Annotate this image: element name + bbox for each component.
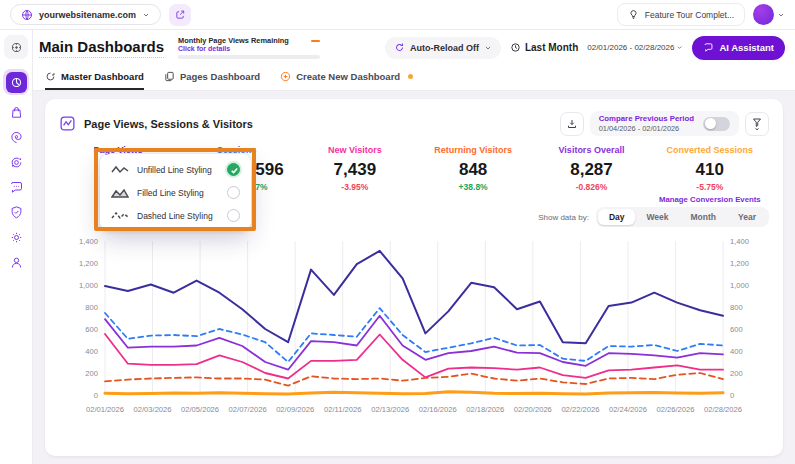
quota-widget[interactable]: Monthly Page Views Remaining Click for d… [178,36,320,59]
chart-widget-icon [59,115,76,132]
sidebar-item-replay[interactable] [9,130,24,145]
dashed-line-icon [111,210,129,221]
sidebar-item-settings[interactable] [9,230,24,245]
sidebar-item-bag[interactable] [9,105,24,120]
menu-target-icon[interactable] [4,35,28,59]
bag-icon [9,105,24,120]
sidebar-item-dashboard[interactable] [3,69,29,95]
feature-tour-button[interactable]: Feature Tour Complet... [617,3,745,26]
line-style-label: Filled Line Styling [137,188,219,198]
auto-reload-label: Auto-Reload Off [410,43,479,53]
dashboard-icon [10,76,23,89]
stat-label: Returning Visitors [414,145,532,155]
granularity-week[interactable]: Week [635,209,679,225]
shield-check-icon [9,205,24,220]
granularity-month[interactable]: Month [680,209,728,225]
stat-delta: +38.8% [414,182,532,192]
tab-pages-dashboard[interactable]: Pages Dashboard [164,65,260,90]
svg-text:02/03/2026: 02/03/2026 [134,405,172,414]
ai-assistant-button[interactable]: AI Assistant [692,36,785,60]
line-style-option-dashed[interactable]: Dashed Line Styling [100,204,251,227]
line-style-menu: Unfilled Line Styling Filled Line Stylin… [100,154,251,231]
stat-value: 410 [651,160,769,180]
stat-label: Converted Sessions [651,145,769,155]
svg-text:1,000: 1,000 [730,281,749,290]
page-title: Main Dashboards [39,38,164,58]
user-icon [9,255,24,270]
svg-text:400: 400 [730,347,743,356]
clock-icon [510,42,521,53]
chevron-down-icon [676,44,683,51]
chevron-down-icon [777,11,785,19]
stat-value: 848 [414,160,532,180]
chart-title: Page Views, Sessions & Visitors [84,118,253,130]
orbit-gear-icon [9,155,24,170]
manage-conversion-events-link[interactable]: Manage Conversion Events [651,195,769,204]
main-area: Page Views, Sessions & Visitors Compare … [33,91,795,464]
sidebar-item-account[interactable] [9,255,24,270]
svg-text:02/16/2026: 02/16/2026 [419,405,457,414]
show-data-by-label: Show data by: [538,213,589,222]
open-site-button[interactable] [169,4,191,26]
line-style-label: Unfilled Line Styling [137,165,219,175]
sidebar-item-automation[interactable] [9,155,24,170]
stat-column: Converted Sessions 410 -5.75% Manage Con… [651,145,769,204]
dashboard-tabs: Master Dashboard Pages Dashboard Create … [33,65,795,91]
auto-reload-button[interactable]: Auto-Reload Off [385,37,501,59]
plus-circle-icon [280,71,291,82]
topbar: yourwebsitename.com Feature Tour Complet… [0,0,795,30]
stat-label: Visitors Overall [532,145,650,155]
tab-create-new-dashboard[interactable]: Create New Dashboard [280,65,413,90]
svg-text:400: 400 [85,347,98,356]
compare-previous-period: Compare Previous Period 01/04/2026 - 02/… [590,111,739,136]
line-style-option-filled[interactable]: Filled Line Styling [100,181,251,204]
funnel-icon [751,117,763,131]
app-window: yourwebsitename.com Feature Tour Complet… [0,0,795,464]
stat-delta: -3.95% [296,182,414,192]
chevron-down-icon [142,11,150,19]
svg-text:02/11/2026: 02/11/2026 [324,405,361,414]
ai-assistant-label: AI Assistant [719,42,774,53]
svg-text:800: 800 [85,303,98,312]
tab-label: Pages Dashboard [180,71,260,82]
account-menu[interactable] [753,4,785,25]
svg-text:02/26/2026: 02/26/2026 [656,405,694,414]
svg-text:1,400: 1,400 [730,237,749,246]
stat-value: 8,287 [532,160,650,180]
svg-text:200: 200 [85,369,98,378]
stat-value: 7,439 [296,160,414,180]
site-selector[interactable]: yourwebsitename.com [10,4,161,25]
quota-dash-icon [311,40,320,43]
period-label: Last Month [525,42,578,53]
unfilled-line-icon [111,164,129,175]
sidebar-item-security[interactable] [9,205,24,220]
granularity-day[interactable]: Day [598,209,636,225]
sidebar-item-feedback[interactable] [9,180,24,195]
svg-text:02/22/2026: 02/22/2026 [561,405,599,414]
compare-range: 01/04/2026 - 02/01/2026 [599,124,694,133]
filter-button[interactable] [745,112,769,136]
svg-text:1,200: 1,200 [730,259,749,268]
compare-toggle[interactable] [703,117,730,131]
period-selector[interactable]: Last Month [510,42,578,53]
date-range-picker[interactable]: 02/01/2026 - 02/28/2026 [587,43,683,52]
feature-tour-label: Feature Tour Complet... [645,10,734,20]
svg-text:1,200: 1,200 [79,259,98,268]
download-icon [566,118,578,130]
chat-bubble-icon [703,42,714,53]
date-range-value: 02/01/2026 - 02/28/2026 [587,43,674,52]
chart-card: Page Views, Sessions & Visitors Compare … [45,99,783,456]
site-name: yourwebsitename.com [39,10,136,20]
granularity-year[interactable]: Year [727,209,767,225]
quota-progress-bar [178,55,320,59]
compare-label: Compare Previous Period [599,114,694,123]
quota-details-link[interactable]: Click for details [178,45,320,52]
tab-master-dashboard[interactable]: Master Dashboard [45,65,144,90]
svg-text:02/24/2026: 02/24/2026 [609,405,647,414]
download-button[interactable] [560,112,584,136]
svg-text:02/13/2026: 02/13/2026 [371,405,409,414]
svg-text:800: 800 [730,303,743,312]
line-style-option-unfilled[interactable]: Unfilled Line Styling [100,158,251,181]
svg-text:200: 200 [730,369,743,378]
stat-column: Visitors Overall 8,287 -0.826% [532,145,650,204]
